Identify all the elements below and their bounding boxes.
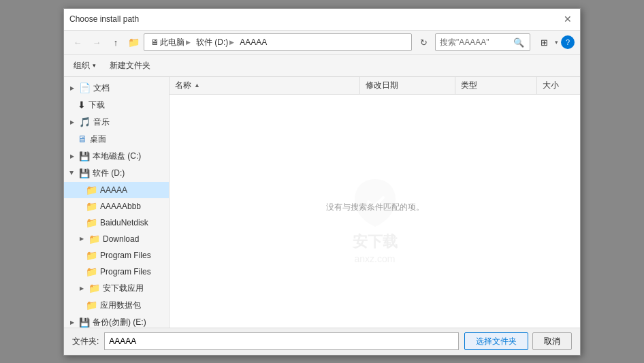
new-folder-button[interactable]: 新建文件夹 [106, 58, 155, 74]
folder-icon-music: 🎵 [79, 116, 91, 127]
breadcrumb-aaaaa[interactable]: AAAAA [238, 36, 269, 48]
breadcrumb-arrow-2: ▶ [229, 39, 234, 46]
sidebar-item-appdata[interactable]: 📁 应用数据包 [64, 297, 169, 314]
drive-icon-c: 💾 [79, 151, 90, 161]
folder-icon-baidu: 📁 [86, 217, 97, 228]
folder-icon-aaaaa: 📁 [86, 185, 97, 195]
file-list[interactable]: 没有与搜索条件匹配的项。 安下载 anxz.com [170, 95, 580, 328]
folder-icon-downloads: ⬇ [78, 99, 86, 110]
folder-icon-appdata: 📁 [86, 300, 97, 311]
content-area: ▶ 📄 文档 ⬇ 下载 ▶ 🎵 音乐 🖥 桌面 ▶ [64, 77, 580, 328]
footer: 文件夹: 选择文件夹 取消 [64, 328, 580, 355]
sidebar-item-drive-e[interactable]: ▶ 💾 备份(勿删) (E:) [64, 314, 169, 328]
search-bar[interactable]: 🔍 [435, 33, 530, 51]
view-button[interactable]: ⊞ [536, 34, 552, 50]
folder-icon-anxz: 📁 [88, 283, 100, 294]
refresh-button[interactable]: ↻ [415, 33, 432, 51]
sidebar-item-documents[interactable]: ▶ 📄 文档 [64, 80, 169, 97]
breadcrumb-drive-d[interactable]: 软件 (D:) ▶ [194, 35, 236, 50]
sidebar-item-baidunetdisk[interactable]: 📁 BaiduNetdisk [64, 215, 169, 231]
toolbar-right: ↻ 🔍 [415, 33, 530, 51]
folder-icon-aaaabbb: 📁 [86, 201, 97, 212]
help-button[interactable]: ? [561, 35, 575, 49]
expand-icon-music: ▶ [68, 118, 76, 126]
col-name-header[interactable]: 名称 ▲ [170, 77, 360, 94]
expand-icon-anxz: ▶ [78, 284, 86, 292]
col-type-header[interactable]: 类型 [455, 77, 537, 94]
sidebar-item-music[interactable]: ▶ 🎵 音乐 [64, 114, 169, 131]
expand-icon-drive-d: ▶ [68, 169, 76, 177]
breadcrumb: 🖥 此电脑 ▶ 软件 (D:) ▶ AAAAA [148, 35, 269, 50]
select-folder-button[interactable]: 选择文件夹 [464, 332, 528, 350]
breadcrumb-arrow-1: ▶ [186, 39, 191, 46]
sidebar: ▶ 📄 文档 ⬇ 下载 ▶ 🎵 音乐 🖥 桌面 ▶ [64, 77, 170, 328]
address-bar[interactable]: 🖥 此电脑 ▶ 软件 (D:) ▶ AAAAA [144, 33, 412, 51]
search-icon[interactable]: 🔍 [511, 34, 527, 50]
sidebar-item-desktop[interactable]: 🖥 桌面 [64, 131, 169, 148]
toolbar: ← → ↑ 📁 🖥 此电脑 ▶ 软件 (D:) ▶ AAAAA [64, 31, 580, 55]
sidebar-item-downloads[interactable]: ⬇ 下载 [64, 97, 169, 114]
drive-icon-e: 💾 [79, 317, 90, 328]
sidebar-item-programfiles[interactable]: 📁 Program Files [64, 247, 169, 264]
footer-buttons: 选择文件夹 取消 [464, 332, 572, 350]
expand-icon-drive-e: ▶ [68, 318, 76, 326]
view-dropdown-arrow[interactable]: ▾ [555, 39, 558, 46]
folder-icon-desktop: 🖥 [78, 133, 87, 144]
folder-input[interactable] [104, 332, 459, 350]
address-folder-icon: 📁 [128, 37, 140, 48]
expand-icon-documents: ▶ [68, 84, 76, 92]
sidebar-item-drive-c[interactable]: ▶ 💾 本地磁盘 (C:) [64, 148, 169, 165]
breadcrumb-this-pc[interactable]: 🖥 此电脑 ▶ [148, 35, 193, 50]
sidebar-item-drive-d[interactable]: ▶ 💾 软件 (D:) [64, 165, 169, 182]
watermark: 安下载 anxz.com [348, 176, 402, 264]
col-date-header[interactable]: 修改日期 [360, 77, 455, 94]
expand-icon-download: ▶ [78, 235, 86, 243]
watermark-subtext: anxz.com [355, 253, 396, 264]
back-button[interactable]: ← [69, 34, 86, 50]
close-button[interactable]: ✕ [561, 12, 575, 26]
this-pc-icon: 🖥 [150, 37, 159, 47]
sidebar-item-download[interactable]: ▶ 📁 Download [64, 231, 169, 247]
sidebar-item-anxz-app[interactable]: ▶ 📁 安下载应用 [64, 280, 169, 297]
title-bar: Choose install path ✕ [64, 9, 580, 31]
folder-icon-programfiles: 📁 [86, 250, 97, 261]
cancel-button[interactable]: 取消 [532, 332, 572, 350]
sidebar-item-aaaabbb[interactable]: 📁 AAAAAbbb [64, 198, 169, 215]
folder-icon-download: 📁 [88, 234, 100, 244]
up-button[interactable]: ↑ [108, 34, 124, 50]
watermark-text: 安下载 [353, 232, 398, 252]
folder-icon-documents: 📄 [79, 82, 91, 93]
search-input[interactable] [436, 37, 511, 47]
col-size-header[interactable]: 大小 [537, 77, 580, 94]
dialog: Choose install path ✕ ← → ↑ 📁 🖥 此电脑 ▶ 软件… [63, 8, 581, 356]
drive-icon-d: 💾 [79, 168, 90, 178]
empty-message: 没有与搜索条件匹配的项。 [326, 202, 424, 213]
folder-icon-programfiles-x86: 📁 [86, 266, 97, 277]
dialog-title: Choose install path [69, 14, 139, 24]
column-header: 名称 ▲ 修改日期 类型 大小 [170, 77, 580, 95]
forward-button[interactable]: → [88, 34, 105, 50]
action-bar: 组织 ▾ 新建文件夹 [64, 55, 580, 77]
main-panel: 名称 ▲ 修改日期 类型 大小 没有与搜索条件匹配的项。 [170, 77, 580, 328]
expand-icon-drive-c: ▶ [68, 152, 76, 160]
sidebar-item-programfiles-x86[interactable]: 📁 Program Files [64, 264, 169, 280]
folder-label: 文件夹: [72, 336, 99, 347]
organize-button[interactable]: 组织 ▾ [69, 58, 100, 74]
sidebar-item-aaaaa[interactable]: 📁 AAAAA [64, 182, 169, 198]
